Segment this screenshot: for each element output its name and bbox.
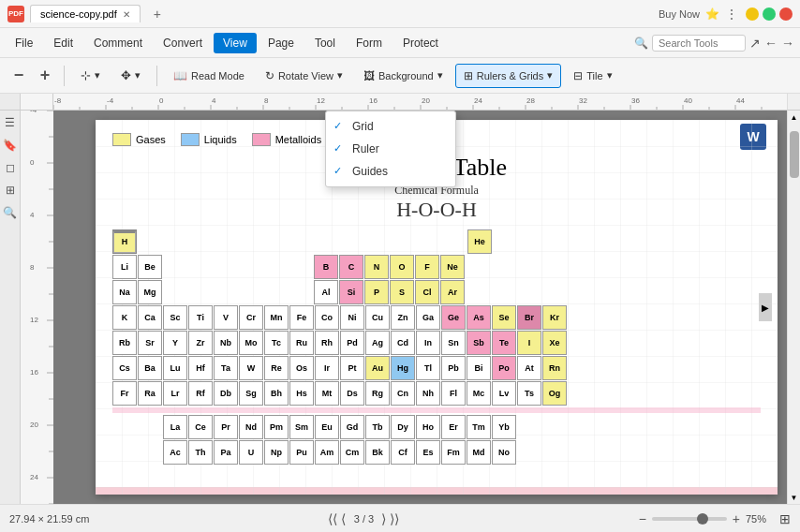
zoom-controls: − + 75% ⊞ bbox=[639, 511, 791, 526]
tab-close-button[interactable]: ✕ bbox=[123, 9, 130, 20]
background-icon: 🖼 bbox=[363, 69, 375, 82]
read-mode-button[interactable]: 📖 Read Mode bbox=[165, 64, 253, 88]
element-Ds: Ds bbox=[340, 381, 364, 406]
zoom-slider-thumb[interactable] bbox=[697, 513, 708, 525]
pt-row-6: Cs Ba Lu Hf Ta W Re Os Ir Pt Au bbox=[112, 356, 761, 380]
element-Th: Th bbox=[188, 440, 213, 465]
scrollbar-track[interactable] bbox=[788, 124, 800, 491]
menu-tool[interactable]: Tool bbox=[305, 33, 345, 53]
element-Os: Os bbox=[289, 356, 314, 380]
nav-forward-icon[interactable]: → bbox=[781, 36, 794, 51]
rulers-dropdown-icon: ▾ bbox=[547, 69, 553, 81]
grid-item-label: Grid bbox=[352, 120, 374, 133]
rulers-grids-button[interactable]: ⊞ Rulers & Grids ▾ bbox=[455, 64, 562, 88]
panel-icon-4[interactable]: ⊞ bbox=[6, 184, 15, 197]
element-Na: Na bbox=[112, 280, 137, 304]
menu-form[interactable]: Form bbox=[347, 33, 392, 53]
panel-icon-5[interactable]: 🔍 bbox=[3, 206, 17, 219]
tile-label: Tile bbox=[586, 70, 602, 81]
hand-tool-button[interactable]: ✥ ▾ bbox=[112, 64, 149, 88]
zoom-out-button[interactable]: − bbox=[7, 65, 30, 87]
zoom-out-status-button[interactable]: − bbox=[639, 511, 646, 526]
minimize-button[interactable] bbox=[746, 7, 759, 21]
zoom-in-button[interactable]: + bbox=[34, 65, 56, 87]
dropdown-grid-item[interactable]: ✓ Grid bbox=[326, 115, 455, 138]
pt-row-3: Na Mg Al Si P S Cl Ar bbox=[112, 280, 761, 304]
element-Nd: Nd bbox=[239, 415, 263, 439]
element-Eu: Eu bbox=[315, 415, 339, 439]
element-Ca: Ca bbox=[138, 305, 162, 330]
zoom-in-status-button[interactable]: + bbox=[733, 511, 740, 526]
fit-icon[interactable]: ⊞ bbox=[779, 511, 791, 526]
ruler-corner-left bbox=[0, 94, 21, 111]
nav-next-button[interactable]: ⟩ bbox=[381, 511, 386, 526]
nav-first-button[interactable]: ⟨⟨ bbox=[328, 511, 337, 526]
menu-dots[interactable]: ⋮ bbox=[725, 7, 738, 22]
rotate-view-button[interactable]: ↻ Rotate View ▾ bbox=[257, 64, 351, 88]
element-Sb: Sb bbox=[467, 331, 491, 355]
menu-protect[interactable]: Protect bbox=[393, 33, 448, 53]
scrollbar-thumb[interactable] bbox=[790, 131, 799, 178]
horizontal-ruler bbox=[53, 94, 787, 111]
legend-liquids-color bbox=[181, 133, 200, 146]
menu-view[interactable]: View bbox=[214, 33, 257, 53]
scrollbar-down-button[interactable]: ▼ bbox=[788, 491, 800, 504]
nav-back-icon[interactable]: ← bbox=[764, 36, 778, 51]
zoom-level-label: 75% bbox=[746, 513, 774, 525]
nav-prev-button[interactable]: ⟨ bbox=[341, 511, 346, 526]
element-Ge: Ge bbox=[441, 305, 466, 330]
dropdown-ruler-item[interactable]: ✓ Ruler bbox=[326, 138, 455, 160]
page-bottom-band bbox=[96, 487, 778, 495]
legend-metalloids: Metalloids bbox=[252, 133, 322, 146]
select-tool-button[interactable]: ⊹ ▾ bbox=[72, 64, 109, 88]
menu-edit[interactable]: Edit bbox=[44, 33, 82, 53]
vertical-scrollbar[interactable]: ▲ ▼ bbox=[787, 111, 800, 504]
nav-last-button[interactable]: ⟩⟩ bbox=[390, 511, 399, 526]
element-Cn: Cn bbox=[391, 381, 415, 406]
buy-now-link[interactable]: Buy Now bbox=[659, 8, 700, 20]
menu-page[interactable]: Page bbox=[259, 33, 304, 53]
search-tools-input[interactable] bbox=[652, 35, 746, 52]
hand-icon: ✥ bbox=[121, 68, 131, 82]
element-Nh: Nh bbox=[416, 381, 440, 406]
legend-gases: Gases bbox=[112, 133, 166, 146]
element-S: S bbox=[390, 280, 414, 304]
ruler-item-label: Ruler bbox=[352, 142, 379, 155]
element-Tb: Tb bbox=[365, 415, 390, 439]
document-tab[interactable]: science-copy.pdf ✕ bbox=[30, 5, 141, 22]
grid-check-icon: ✓ bbox=[333, 120, 342, 132]
panel-icon-1[interactable]: ☰ bbox=[5, 116, 15, 129]
element-Ir: Ir bbox=[315, 356, 339, 380]
background-button[interactable]: 🖼 Background ▾ bbox=[355, 64, 452, 88]
element-Po: Po bbox=[492, 356, 516, 380]
close-button[interactable] bbox=[779, 7, 793, 21]
element-I: I bbox=[517, 331, 541, 355]
element-Ni: Ni bbox=[340, 305, 364, 330]
element-Co: Co bbox=[315, 305, 339, 330]
element-Mn: Mn bbox=[264, 305, 289, 330]
document-area[interactable]: Gases Liquids Metalloids bbox=[53, 111, 787, 504]
cursor-icon: ⊹ bbox=[81, 68, 91, 82]
maximize-button[interactable] bbox=[763, 7, 776, 21]
panel-icon-3[interactable]: ◻ bbox=[6, 161, 15, 174]
legend-metalloids-label: Metalloids bbox=[275, 134, 322, 145]
search-icon: 🔍 bbox=[634, 37, 648, 50]
element-He: He bbox=[467, 229, 492, 254]
element-Cl: Cl bbox=[415, 280, 439, 304]
tile-button[interactable]: ⊟ Tile ▾ bbox=[565, 64, 620, 88]
share-icon[interactable]: ↗ bbox=[749, 36, 761, 51]
menu-comment[interactable]: Comment bbox=[84, 33, 152, 53]
element-Sc: Sc bbox=[163, 305, 187, 330]
vertical-ruler bbox=[21, 111, 53, 504]
zoom-slider[interactable] bbox=[652, 517, 727, 521]
dropdown-guides-item[interactable]: ✓ Guides bbox=[326, 160, 455, 183]
element-Np: Np bbox=[264, 440, 289, 465]
element-Mg: Mg bbox=[138, 280, 162, 304]
menu-file[interactable]: File bbox=[6, 33, 42, 53]
panel-icon-2[interactable]: 🔖 bbox=[3, 139, 17, 152]
menu-convert[interactable]: Convert bbox=[154, 33, 212, 53]
element-Cd: Cd bbox=[391, 331, 415, 355]
scrollbar-up-button[interactable]: ▲ bbox=[788, 111, 800, 124]
element-Xe: Xe bbox=[542, 331, 567, 355]
new-tab-button[interactable]: + bbox=[146, 4, 169, 24]
